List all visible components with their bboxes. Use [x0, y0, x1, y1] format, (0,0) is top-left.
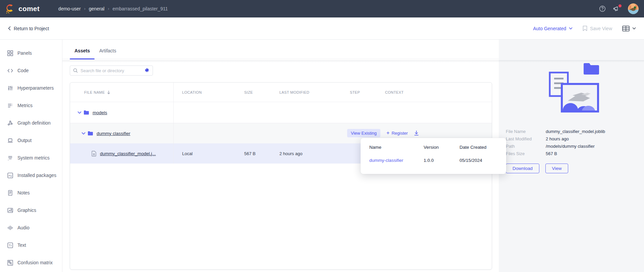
- notification-dot: [619, 4, 622, 7]
- sidebar-item-label: Output: [17, 138, 32, 143]
- folder-name-link[interactable]: models: [93, 110, 107, 115]
- file-preview-illustration: [542, 60, 602, 122]
- bookmark-icon: [583, 26, 587, 31]
- sidebar-item-output[interactable]: Output: [0, 132, 62, 149]
- breadcrumb-workspace[interactable]: demo-user: [58, 6, 81, 11]
- text-icon: Tт: [7, 242, 13, 248]
- sidebar-item-label: Notes: [17, 190, 30, 195]
- tabbar-shadow: [62, 60, 644, 62]
- sidebar-item-installed-packages[interactable]: Py Installed packages: [0, 167, 62, 184]
- popover-column-name: Name: [369, 145, 424, 150]
- sidebar-item-label: Graph definition: [17, 120, 51, 126]
- sidebar-item-notes[interactable]: Notes: [0, 184, 62, 201]
- tab-assets[interactable]: Assets: [70, 48, 95, 59]
- assets-table: FILE NAME LOCATION SIZE LAST MODIFIED ST…: [70, 82, 492, 270]
- folder-icon: [84, 110, 89, 115]
- announcements-megaphone-icon[interactable]: [613, 5, 621, 12]
- sidebar-item-label: Audio: [17, 225, 30, 230]
- model-version: 1.0.0: [424, 158, 460, 163]
- breadcrumb-project[interactable]: general: [89, 6, 105, 11]
- chevron-down-icon[interactable]: [77, 111, 82, 114]
- chevron-down-icon: [632, 27, 636, 30]
- search-settings-gear-icon[interactable]: [144, 68, 150, 73]
- sidebar-item-code[interactable]: Code: [0, 62, 62, 79]
- sidebar-item-label: Metrics: [17, 103, 33, 108]
- experiment-toolbar: Return to Project Auto Generated Save Vi…: [0, 17, 644, 40]
- download-icon[interactable]: [414, 130, 419, 136]
- file-name-link[interactable]: dummy_classifier_model.j...: [100, 151, 156, 156]
- file-metadata: File Name dummy_classifier_model.joblib …: [506, 129, 605, 158]
- table-header-row: FILE NAME LOCATION SIZE LAST MODIFIED ST…: [70, 83, 492, 102]
- sidebar-item-graphics[interactable]: Graphics: [0, 201, 62, 219]
- column-header-last-modified[interactable]: LAST MODIFIED: [279, 83, 350, 102]
- save-view-button[interactable]: Save View: [583, 26, 612, 31]
- experiment-sidebar: Panels Code Hyperparameters Metrics Grap…: [0, 40, 62, 272]
- asset-tabs: Assets Artifacts: [62, 40, 499, 59]
- svg-text:Py: Py: [9, 174, 12, 177]
- user-avatar[interactable]: [628, 3, 639, 14]
- tab-artifacts[interactable]: Artifacts: [95, 48, 121, 59]
- sidebar-item-panels[interactable]: Panels: [0, 44, 62, 62]
- picture-frame-shape: [562, 84, 598, 111]
- meta-label: File Name: [506, 129, 546, 134]
- popover-model-row: dummy-classifier 1.0.0 05/15/2024: [361, 150, 506, 163]
- metrics-icon: [7, 103, 13, 108]
- view-existing-button[interactable]: View Existing: [347, 129, 380, 137]
- help-icon[interactable]: [599, 5, 606, 12]
- chevron-down-icon[interactable]: [82, 132, 86, 135]
- registered-model-link[interactable]: dummy-classifier: [369, 158, 424, 163]
- sidebar-item-label: Hyperparameters: [17, 85, 54, 91]
- sidebar-item-metrics[interactable]: Metrics: [0, 97, 62, 114]
- sidebar-item-label: Graphics: [17, 208, 36, 213]
- comet-logo-icon: [5, 3, 15, 14]
- chevron-right-icon: ›: [108, 6, 109, 11]
- meta-value: 2 hours ago: [546, 136, 569, 141]
- view-selector-dropdown[interactable]: Auto Generated: [533, 26, 573, 31]
- breadcrumb: demo-user › general › embarrassed_pilast…: [58, 6, 168, 11]
- column-header-context[interactable]: CONTEXT: [385, 83, 492, 102]
- sidebar-item-label: Confusion matrix: [17, 260, 53, 265]
- image-icon: [7, 208, 13, 213]
- column-header-size[interactable]: SIZE: [244, 83, 279, 102]
- meta-path: Path /models/dummy classifier: [506, 144, 605, 149]
- sidebar-item-label: Installed packages: [17, 173, 56, 178]
- folder-shape: [584, 63, 599, 75]
- layout-view-dropdown[interactable]: [622, 26, 636, 32]
- model-date-created: 05/15/2024: [460, 158, 506, 163]
- folder-name-link[interactable]: dummy classifier: [97, 131, 130, 136]
- meta-file-name: File Name dummy_classifier_model.joblib: [506, 129, 605, 134]
- download-button[interactable]: Download: [506, 164, 539, 173]
- column-header-step[interactable]: STEP: [350, 83, 385, 102]
- laptop-icon: [7, 138, 13, 143]
- view-button[interactable]: View: [545, 164, 568, 173]
- sidebar-item-graph-definition[interactable]: Graph definition: [0, 114, 62, 132]
- column-label: FILE NAME: [84, 90, 105, 94]
- top-navbar: comet demo-user › general › embarrassed_…: [0, 0, 644, 17]
- sidebar-item-label: Code: [17, 68, 29, 73]
- popover-header-row: Name Version Date Created: [361, 138, 506, 150]
- chevron-left-icon: [8, 26, 11, 31]
- popover-column-version: Version: [424, 145, 460, 150]
- column-header-location[interactable]: LOCATION: [174, 83, 244, 102]
- sidebar-item-hyperparameters[interactable]: Hyperparameters: [0, 79, 62, 97]
- table-row-models[interactable]: models: [70, 102, 492, 123]
- meta-label: Path: [506, 144, 546, 149]
- code-icon: [7, 68, 13, 74]
- meta-label: Last Modified: [506, 136, 546, 141]
- register-model-button[interactable]: + Register: [386, 130, 408, 136]
- meta-value: dummy_classifier_model.joblib: [546, 129, 605, 134]
- python-package-icon: Py: [7, 173, 13, 178]
- register-label: Register: [391, 131, 408, 136]
- sidebar-item-text[interactable]: Tт Text: [0, 236, 62, 254]
- column-header-file-name[interactable]: FILE NAME: [70, 83, 174, 102]
- save-view-label: Save View: [590, 26, 612, 31]
- sidebar-item-system-metrics[interactable]: System metrics: [0, 149, 62, 167]
- comet-logo[interactable]: comet: [5, 3, 40, 14]
- search-icon: [73, 68, 78, 73]
- sidebar-item-confusion-matrix[interactable]: Confusion matrix: [0, 254, 62, 271]
- search-input[interactable]: [80, 68, 142, 73]
- sidebar-item-audio[interactable]: Audio: [0, 219, 62, 236]
- meta-files-size: Files Size 567 B: [506, 151, 605, 156]
- meta-last-modified: Last Modified 2 hours ago: [506, 136, 605, 141]
- return-to-project-button[interactable]: Return to Project: [8, 26, 49, 31]
